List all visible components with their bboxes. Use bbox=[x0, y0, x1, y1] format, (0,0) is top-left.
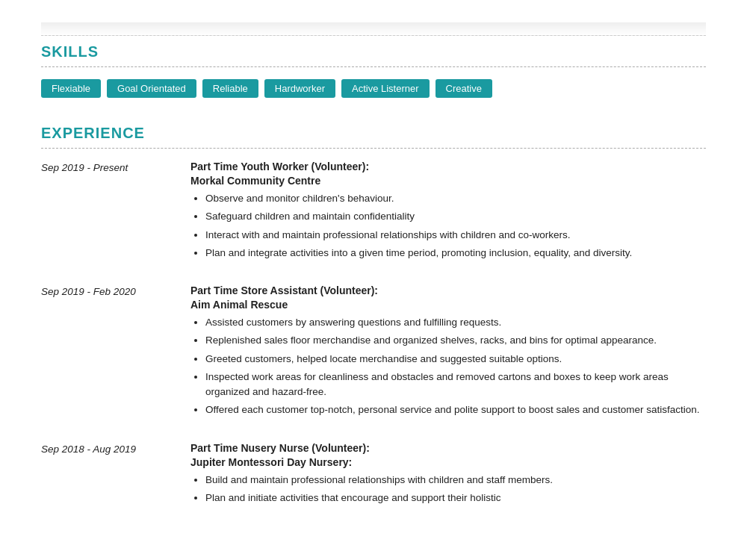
skill-badge: Goal Orientated bbox=[107, 79, 196, 98]
duties-list: Assisted customers by answering question… bbox=[190, 315, 706, 418]
experience-details: Part Time Nusery Nurse (Volunteer):Jupit… bbox=[190, 442, 706, 509]
duty-item: Plan and integrate activities into a giv… bbox=[205, 246, 706, 261]
skills-divider bbox=[41, 66, 706, 67]
experience-entries: Sep 2019 - PresentPart Time Youth Worker… bbox=[41, 161, 706, 508]
skill-badge: Hardworker bbox=[264, 79, 335, 98]
org-name: Morkal Community Centre bbox=[190, 175, 706, 187]
experience-entry: Sep 2019 - Feb 2020Part Time Store Assis… bbox=[41, 284, 706, 421]
duty-item: Plan and initiate activities that encour… bbox=[205, 491, 706, 505]
experience-date: Sep 2019 - Feb 2020 bbox=[41, 284, 190, 421]
skill-badge: Flexiable bbox=[41, 79, 101, 98]
skills-section: SKILLS FlexiableGoal OrientatedReliableH… bbox=[41, 43, 706, 98]
experience-date: Sep 2019 - Present bbox=[41, 161, 190, 264]
skills-title: SKILLS bbox=[41, 43, 706, 60]
experience-divider bbox=[41, 148, 706, 149]
job-title: Part Time Nusery Nurse (Volunteer): bbox=[190, 442, 706, 454]
org-name: Jupiter Montessori Day Nursery: bbox=[190, 456, 706, 468]
job-title: Part Time Youth Worker (Volunteer): bbox=[190, 161, 706, 172]
job-title: Part Time Store Assistant (Volunteer): bbox=[190, 284, 706, 296]
top-divider bbox=[41, 22, 706, 36]
duties-list: Observe and monitor children's behaviour… bbox=[190, 191, 706, 261]
skills-container: FlexiableGoal OrientatedReliableHardwork… bbox=[41, 79, 706, 98]
experience-entry: Sep 2018 - Aug 2019Part Time Nusery Nurs… bbox=[41, 442, 706, 509]
duty-item: Safeguard children and maintain confiden… bbox=[205, 209, 706, 224]
duty-item: Replenished sales floor merchandise and … bbox=[205, 333, 706, 348]
duty-item: Inspected work areas for cleanliness and… bbox=[205, 370, 706, 400]
experience-details: Part Time Youth Worker (Volunteer):Morka… bbox=[190, 161, 706, 264]
duty-item: Observe and monitor children's behaviour… bbox=[205, 191, 706, 206]
skill-badge: Creative bbox=[436, 79, 492, 98]
skill-badge: Active Listerner bbox=[341, 79, 430, 98]
experience-details: Part Time Store Assistant (Volunteer):Ai… bbox=[190, 284, 706, 421]
duty-item: Build and maintain professional relation… bbox=[205, 473, 706, 488]
duty-item: Offered each customer top-notch, persona… bbox=[205, 402, 706, 417]
duty-item: Greeted customers, helped locate merchan… bbox=[205, 352, 706, 367]
duty-item: Assisted customers by answering question… bbox=[205, 315, 706, 330]
org-name: Aim Animal Rescue bbox=[190, 299, 706, 311]
duty-item: Interact with and maintain professional … bbox=[205, 228, 706, 243]
experience-date: Sep 2018 - Aug 2019 bbox=[41, 442, 190, 509]
duties-list: Build and maintain professional relation… bbox=[190, 473, 706, 506]
experience-section: EXPERIENCE Sep 2019 - PresentPart Time Y… bbox=[41, 125, 706, 508]
resume-page: SKILLS FlexiableGoal OrientatedReliableH… bbox=[0, 0, 747, 560]
skill-badge: Reliable bbox=[202, 79, 258, 98]
experience-title: EXPERIENCE bbox=[41, 125, 706, 142]
experience-entry: Sep 2019 - PresentPart Time Youth Worker… bbox=[41, 161, 706, 264]
